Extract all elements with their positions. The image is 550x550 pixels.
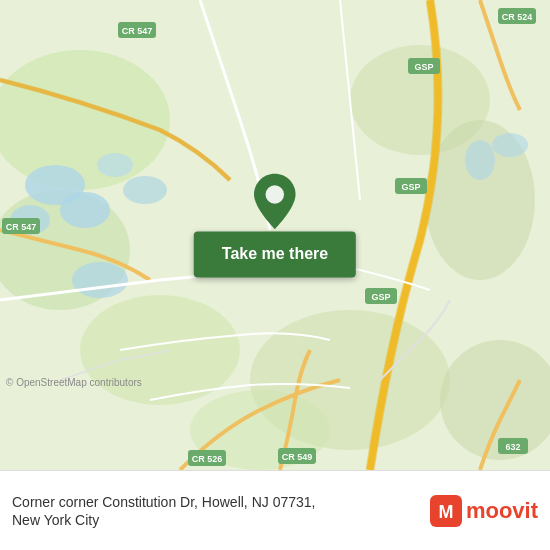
moovit-brand-name: moovit [466,498,538,524]
svg-point-13 [123,176,167,204]
svg-point-35 [266,185,284,203]
svg-text:GSP: GSP [371,292,390,302]
svg-point-15 [465,140,495,180]
svg-text:CR 549: CR 549 [282,452,313,462]
svg-point-14 [72,262,128,298]
moovit-logo: M moovit [430,495,538,527]
bottom-bar: Corner corner Constitution Dr, Howell, N… [0,470,550,550]
svg-text:GSP: GSP [401,182,420,192]
address-line2: New York City [12,512,315,528]
button-overlay: Take me there [194,171,356,277]
svg-text:M: M [438,502,453,522]
take-me-there-button[interactable]: Take me there [194,231,356,277]
svg-text:GSP: GSP [414,62,433,72]
svg-text:CR 524: CR 524 [502,12,533,22]
svg-text:CR 547: CR 547 [6,222,37,232]
svg-text:CR 526: CR 526 [192,454,223,464]
osm-attribution: © OpenStreetMap contributors [6,377,142,388]
moovit-icon: M [430,495,462,527]
address-section: Corner corner Constitution Dr, Howell, N… [12,494,315,528]
svg-text:632: 632 [505,442,520,452]
svg-point-10 [60,192,110,228]
svg-point-12 [97,153,133,177]
address-line1: Corner corner Constitution Dr, Howell, N… [12,494,315,510]
map-pin-icon [250,171,300,231]
map-view: CR 547 CR 547 CR 524 GSP GSP GSP CR 526 … [0,0,550,470]
svg-text:CR 547: CR 547 [122,26,153,36]
svg-point-16 [492,133,528,157]
